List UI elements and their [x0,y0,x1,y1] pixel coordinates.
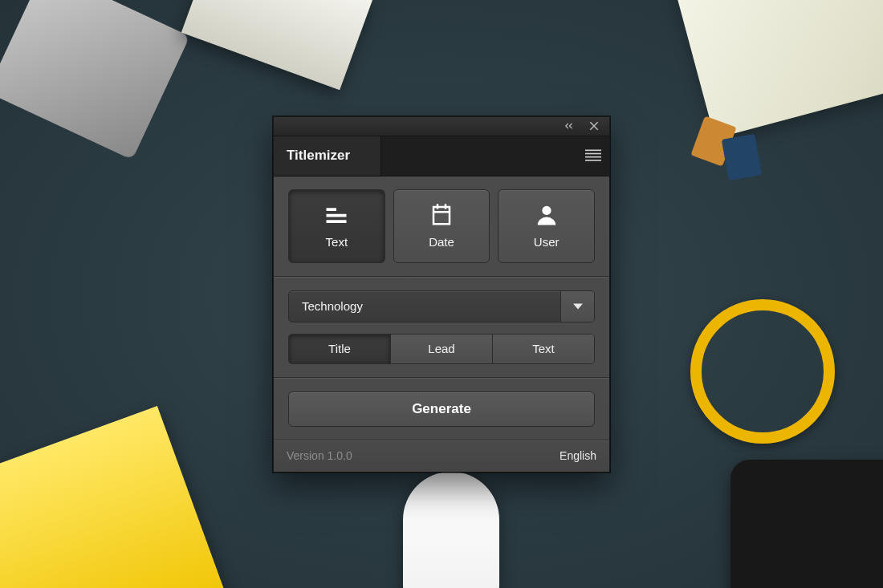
language-selector[interactable]: English [560,449,596,462]
svg-rect-7 [437,204,439,209]
svg-rect-2 [585,156,601,158]
hamburger-icon [585,149,601,162]
category-selected-value: Technology [289,291,560,322]
svg-rect-4 [327,208,337,211]
prop-sdcard [722,134,762,181]
prop-appletv [730,460,883,588]
chevrons-left-icon [563,120,574,132]
type-card-user[interactable]: User [498,189,595,263]
generate-button-label: Generate [412,401,471,417]
segment-label: Lead [428,342,454,355]
type-selector-section: Text Date User [274,176,609,277]
close-button[interactable] [587,119,601,133]
header-spacer [381,136,577,176]
output-segmented-control: Title Lead Text [288,334,595,364]
svg-rect-3 [585,160,601,161]
svg-rect-8 [445,204,447,209]
segment-label: Title [328,342,351,355]
panel-body: Text Date User Technology [274,176,609,472]
category-dropdown[interactable]: Technology [288,290,595,322]
svg-rect-5 [327,214,347,217]
titlemizer-panel: Titlemizer Text [273,116,610,472]
segment-title[interactable]: Title [289,335,391,363]
type-card-label: Text [326,235,348,249]
svg-rect-0 [585,150,601,152]
version-text: Version 1.0.0 [287,449,352,462]
type-card-label: User [534,235,560,249]
segment-label: Text [532,342,555,355]
dropdown-arrow [560,291,594,322]
prop-mouse [403,472,499,588]
generate-button[interactable]: Generate [288,391,595,427]
calendar-icon [429,203,454,227]
chevron-down-icon [573,302,583,311]
svg-rect-1 [585,153,601,155]
prop-cable [690,299,835,444]
type-card-date[interactable]: Date [393,189,490,263]
app-title: Titlemizer [287,148,350,164]
text-icon [324,203,348,227]
category-section: Technology Title Lead Text [274,277,609,378]
app-title-tab[interactable]: Titlemizer [274,136,381,176]
type-card-text[interactable]: Text [288,189,385,263]
action-section: Generate [274,378,609,440]
svg-point-9 [542,206,551,215]
type-card-label: Date [429,235,454,249]
segment-text[interactable]: Text [493,335,594,363]
user-icon [535,203,559,227]
panel-header: Titlemizer [274,136,609,176]
menu-button[interactable] [577,136,609,176]
svg-rect-6 [327,220,347,223]
segment-lead[interactable]: Lead [391,335,493,363]
close-icon [588,120,600,132]
panel-footer: Version 1.0.0 English [274,440,609,472]
collapse-button[interactable] [561,119,576,133]
window-titlebar [274,117,609,136]
